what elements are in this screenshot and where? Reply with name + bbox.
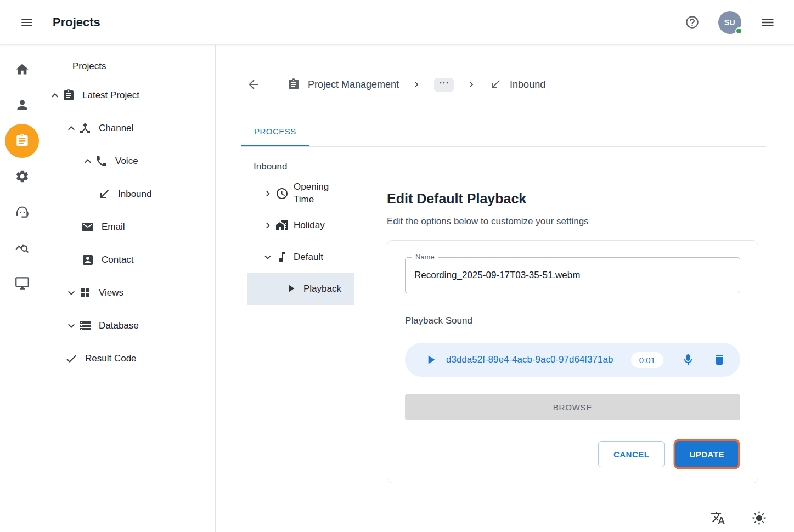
project-sidebar: Projects Latest Project Channel Voice In… bbox=[44, 45, 216, 532]
chevron-down-icon[interactable] bbox=[65, 286, 78, 299]
tab-bar: PROCESS bbox=[241, 117, 766, 147]
process-panel: Inbound Opening Time Holiday Default bbox=[216, 147, 364, 532]
trash-icon[interactable] bbox=[713, 353, 726, 366]
name-field: Name bbox=[405, 257, 740, 293]
chevron-right-icon bbox=[411, 79, 422, 90]
process-item-label: Default bbox=[294, 251, 323, 264]
rail-home-button[interactable] bbox=[0, 52, 44, 87]
help-icon[interactable] bbox=[682, 12, 703, 33]
chevron-right-icon bbox=[466, 79, 477, 90]
tree-item-label: Channel bbox=[99, 123, 133, 134]
rail-analytics-button[interactable] bbox=[0, 230, 44, 265]
check-icon bbox=[65, 352, 78, 365]
audio-duration-badge: 0:01 bbox=[631, 352, 663, 368]
process-item-label: Playback bbox=[303, 283, 341, 296]
clipboard-icon bbox=[287, 78, 300, 91]
play-button-icon[interactable] bbox=[424, 353, 438, 367]
rail-settings-button[interactable] bbox=[0, 159, 44, 194]
process-panel-header: Inbound bbox=[216, 156, 364, 178]
icon-rail bbox=[0, 45, 44, 532]
tree-item-label: Contact bbox=[102, 254, 134, 265]
sidebar-item-email[interactable]: Email bbox=[44, 211, 215, 244]
sidebar-item-latest-project[interactable]: Latest Project bbox=[44, 79, 215, 112]
hamburger-menu-icon[interactable] bbox=[16, 12, 37, 33]
name-field-label: Name bbox=[412, 253, 438, 261]
rail-projects-button[interactable] bbox=[0, 123, 44, 159]
tree-item-label: Inbound bbox=[118, 189, 151, 200]
chevron-up-icon[interactable] bbox=[65, 122, 78, 135]
sidebar-item-result-code[interactable]: Result Code bbox=[44, 342, 215, 375]
cancel-button[interactable]: CANCEL bbox=[598, 441, 665, 467]
sidebar-item-inbound[interactable]: Inbound bbox=[44, 178, 215, 211]
holiday-village-icon bbox=[275, 219, 289, 232]
chevron-down-icon[interactable] bbox=[65, 319, 78, 332]
brightness-icon[interactable] bbox=[748, 507, 770, 529]
translate-icon[interactable] bbox=[707, 507, 729, 529]
browse-button[interactable]: BROWSE bbox=[405, 394, 740, 420]
settings-card: Name Playback Sound d3dda52f-89e4-4acb-9… bbox=[387, 240, 758, 483]
app-body: Projects Latest Project Channel Voice In… bbox=[0, 45, 794, 532]
breadcrumb-project-label: Project Management bbox=[308, 79, 399, 90]
clipboard-icon bbox=[5, 124, 39, 158]
play-icon bbox=[285, 282, 298, 296]
sidebar-item-database[interactable]: Database bbox=[44, 309, 215, 342]
breadcrumb-current-label: Inbound bbox=[510, 79, 545, 90]
chevron-up-icon[interactable] bbox=[48, 89, 61, 102]
process-item-label: Opening Time bbox=[294, 181, 347, 206]
topbar: Projects SU bbox=[0, 0, 794, 45]
home-icon bbox=[15, 62, 30, 77]
process-item-opening-time[interactable]: Opening Time bbox=[216, 178, 364, 210]
person-icon bbox=[15, 98, 30, 112]
process-item-holiday[interactable]: Holiday bbox=[216, 210, 364, 241]
main-area: Project Management ⋯ Inbound PROCESS Inb… bbox=[216, 45, 794, 532]
breadcrumb-project[interactable]: Project Management bbox=[287, 78, 399, 91]
chevron-down-icon[interactable] bbox=[262, 251, 274, 263]
sidebar-item-voice[interactable]: Voice bbox=[44, 145, 215, 178]
sidebar-header: Projects bbox=[44, 54, 215, 79]
tree-item-label: Voice bbox=[115, 156, 138, 167]
audio-player: d3dda52f-89e4-4acb-9ac0-97d64f371ab 0:01 bbox=[405, 343, 740, 377]
tree-item-label: Result Code bbox=[85, 353, 137, 364]
database-icon bbox=[78, 319, 92, 332]
tree-item-label: Views bbox=[99, 287, 123, 298]
analytics-icon bbox=[15, 240, 30, 255]
sidebar-item-views[interactable]: Views bbox=[44, 276, 215, 309]
contact-icon bbox=[81, 253, 94, 267]
process-item-playback[interactable]: Playback bbox=[247, 273, 354, 305]
rail-monitor-button[interactable] bbox=[0, 265, 44, 301]
back-arrow-icon[interactable] bbox=[243, 74, 264, 95]
tree-item-label: Latest Project bbox=[82, 90, 139, 101]
playback-sound-label: Playback Sound bbox=[405, 315, 740, 326]
chevron-right-icon[interactable] bbox=[262, 219, 274, 231]
process-item-default[interactable]: Default bbox=[216, 241, 364, 273]
sidebar-item-contact[interactable]: Contact bbox=[44, 244, 215, 276]
breadcrumb-collapsed-button[interactable]: ⋯ bbox=[434, 78, 454, 92]
chevron-right-icon[interactable] bbox=[262, 188, 274, 200]
chevron-up-icon[interactable] bbox=[81, 155, 94, 168]
page-title: Edit Default Playback bbox=[387, 191, 758, 207]
online-status-dot bbox=[735, 27, 742, 35]
overflow-menu-icon[interactable] bbox=[757, 12, 779, 33]
breadcrumb-current[interactable]: Inbound bbox=[489, 78, 545, 91]
sidebar-item-channel[interactable]: Channel bbox=[44, 112, 215, 145]
monitor-icon bbox=[15, 276, 30, 291]
update-button[interactable]: UPDATE bbox=[675, 441, 738, 467]
action-buttons: CANCEL UPDATE bbox=[405, 441, 740, 467]
microphone-icon[interactable] bbox=[682, 353, 695, 366]
app-title: Projects bbox=[53, 15, 100, 30]
name-input[interactable] bbox=[414, 270, 731, 281]
email-icon bbox=[81, 220, 94, 234]
tree-item-label: Email bbox=[102, 222, 125, 233]
rail-users-button[interactable] bbox=[0, 87, 44, 123]
audio-filename: d3dda52f-89e4-4acb-9ac0-97d64f371ab bbox=[446, 354, 629, 365]
work-area: Inbound Opening Time Holiday Default bbox=[216, 147, 794, 532]
user-avatar[interactable]: SU bbox=[718, 11, 741, 34]
tab-process[interactable]: PROCESS bbox=[241, 117, 309, 146]
page-subtitle: Edit the options below to customize your… bbox=[387, 216, 758, 227]
phone-icon bbox=[95, 155, 108, 168]
rail-support-button[interactable] bbox=[0, 194, 44, 230]
process-item-label: Holiday bbox=[294, 219, 325, 232]
editor-content: Edit Default Playback Edit the options b… bbox=[364, 147, 794, 532]
breadcrumb: Project Management ⋯ Inbound bbox=[243, 71, 794, 98]
gear-icon bbox=[15, 169, 30, 184]
